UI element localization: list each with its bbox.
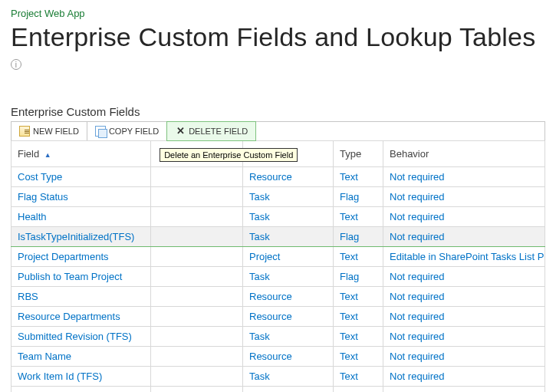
behavior-link[interactable]: Not required bbox=[390, 211, 445, 222]
field-link[interactable]: IsTaskTypeInitialized(TFS) bbox=[18, 231, 134, 242]
entity-link[interactable]: Resource bbox=[249, 311, 292, 322]
field-link[interactable]: Work Item Id (TFS) bbox=[18, 371, 102, 382]
copy-field-icon bbox=[95, 126, 106, 137]
page-title: Enterprise Custom Fields and Lookup Tabl… bbox=[11, 22, 545, 82]
field-link[interactable]: Health bbox=[18, 211, 47, 222]
delete-field-icon: ✕ bbox=[175, 126, 186, 137]
type-link[interactable]: Text bbox=[340, 331, 358, 342]
field-link[interactable]: Publish to Team Project bbox=[18, 271, 122, 282]
type-link[interactable]: Text bbox=[340, 311, 358, 322]
field-link[interactable]: Project Departments bbox=[18, 251, 109, 262]
field-link[interactable]: Submitted Revision (TFS) bbox=[18, 331, 132, 342]
entity-link[interactable]: Task bbox=[249, 331, 270, 342]
delete-field-label: DELETE FIELD bbox=[189, 127, 248, 136]
type-link[interactable]: Text bbox=[340, 371, 358, 382]
field-link[interactable]: Cost Type bbox=[18, 171, 62, 183]
behavior-link[interactable]: Not required bbox=[390, 331, 445, 342]
cell-empty bbox=[151, 307, 243, 327]
behavior-link[interactable]: Not required bbox=[390, 291, 445, 302]
copy-field-button[interactable]: COPY FIELD bbox=[87, 122, 167, 140]
cell-empty bbox=[151, 207, 243, 227]
sort-asc-icon: ▲ bbox=[44, 151, 51, 159]
table-row[interactable]: Project DepartmentsProjectTextEditable i… bbox=[12, 247, 545, 267]
entity-link[interactable]: Task bbox=[249, 211, 270, 222]
entity-link[interactable]: Task bbox=[249, 371, 270, 382]
cell-empty bbox=[151, 267, 243, 287]
type-link[interactable]: Text bbox=[340, 291, 358, 302]
toolbar: NEW FIELD COPY FIELD ✕ DELETE FIELD Dele… bbox=[11, 121, 545, 140]
entity-link[interactable]: Task bbox=[249, 231, 270, 242]
breadcrumb[interactable]: Project Web App bbox=[11, 8, 545, 19]
behavior-link[interactable]: Editable in SharePoint Tasks List Projec… bbox=[390, 251, 545, 262]
behavior-link[interactable]: Not required bbox=[390, 351, 445, 362]
table-row[interactable]: Flag StatusTaskFlagNot required bbox=[12, 187, 545, 207]
behavior-link[interactable]: Not required bbox=[390, 371, 445, 382]
cell-empty bbox=[151, 227, 243, 247]
copy-field-label: COPY FIELD bbox=[109, 127, 159, 136]
fields-table: Field ▲ Type Behavior Cost TypeResourceT… bbox=[11, 140, 545, 392]
entity-link[interactable]: Resource bbox=[249, 171, 292, 183]
table-row[interactable]: IsTaskTypeInitialized(TFS)TaskFlagNot re… bbox=[12, 227, 545, 247]
type-link[interactable]: Text bbox=[340, 251, 358, 262]
table-row[interactable]: Resource DepartmentsResourceTextNot requ… bbox=[12, 307, 545, 327]
behavior-link[interactable]: Not required bbox=[390, 311, 445, 322]
table-row[interactable]: RBSResourceTextNot required bbox=[12, 287, 545, 307]
type-link[interactable]: Flag bbox=[340, 271, 359, 282]
info-icon[interactable]: i bbox=[11, 59, 21, 70]
entity-link[interactable]: Task bbox=[249, 271, 270, 282]
field-link[interactable]: RBS bbox=[18, 291, 38, 302]
field-link[interactable]: Flag Status bbox=[18, 191, 68, 203]
type-link[interactable]: Text bbox=[340, 211, 358, 222]
cell-empty bbox=[151, 247, 243, 267]
col-header-field[interactable]: Field ▲ bbox=[12, 141, 151, 167]
table-row[interactable]: Work Item Type (TFS)TaskTextNot required bbox=[12, 387, 545, 393]
field-link[interactable]: Resource Departments bbox=[18, 311, 120, 322]
behavior-link[interactable]: Not required bbox=[390, 171, 445, 183]
table-row[interactable]: HealthTaskTextNot required bbox=[12, 207, 545, 227]
cell-empty bbox=[151, 387, 243, 393]
table-row[interactable]: Publish to Team ProjectTaskFlagNot requi… bbox=[12, 267, 545, 287]
type-link[interactable]: Text bbox=[340, 351, 358, 362]
new-field-button[interactable]: NEW FIELD bbox=[12, 122, 87, 140]
cell-empty bbox=[151, 187, 243, 207]
cell-empty bbox=[151, 347, 243, 367]
table-row[interactable]: Work Item Id (TFS)TaskTextNot required bbox=[12, 367, 545, 387]
cell-empty bbox=[151, 167, 243, 187]
delete-field-button[interactable]: ✕ DELETE FIELD Delete an Enterprise Cust… bbox=[166, 121, 256, 141]
new-field-icon bbox=[19, 126, 30, 137]
delete-field-tooltip: Delete an Enterprise Custom Field bbox=[160, 148, 298, 162]
behavior-link[interactable]: Not required bbox=[390, 231, 445, 242]
table-row[interactable]: Team NameResourceTextNot required bbox=[12, 347, 545, 367]
section-title: Enterprise Custom Fields bbox=[11, 105, 545, 118]
type-link[interactable]: Flag bbox=[340, 191, 359, 203]
field-link[interactable]: Team Name bbox=[18, 351, 71, 362]
entity-link[interactable]: Task bbox=[249, 191, 270, 203]
cell-empty bbox=[151, 327, 243, 347]
col-header-behavior[interactable]: Behavior bbox=[383, 141, 545, 167]
cell-empty bbox=[151, 287, 243, 307]
entity-link[interactable]: Project bbox=[249, 251, 280, 262]
type-link[interactable]: Flag bbox=[340, 231, 359, 242]
entity-link[interactable]: Resource bbox=[249, 291, 292, 302]
entity-link[interactable]: Resource bbox=[249, 351, 292, 362]
page-title-text: Enterprise Custom Fields and Lookup Tabl… bbox=[11, 22, 535, 51]
col-header-type[interactable]: Type bbox=[334, 141, 383, 167]
behavior-link[interactable]: Not required bbox=[390, 271, 445, 282]
behavior-link[interactable]: Not required bbox=[390, 191, 445, 203]
table-row[interactable]: Cost TypeResourceTextNot required bbox=[12, 167, 545, 187]
col-header-field-label: Field bbox=[18, 148, 39, 160]
cell-empty bbox=[151, 367, 243, 387]
type-link[interactable]: Text bbox=[340, 171, 358, 183]
table-row[interactable]: Submitted Revision (TFS)TaskTextNot requ… bbox=[12, 327, 545, 347]
new-field-label: NEW FIELD bbox=[33, 127, 79, 136]
